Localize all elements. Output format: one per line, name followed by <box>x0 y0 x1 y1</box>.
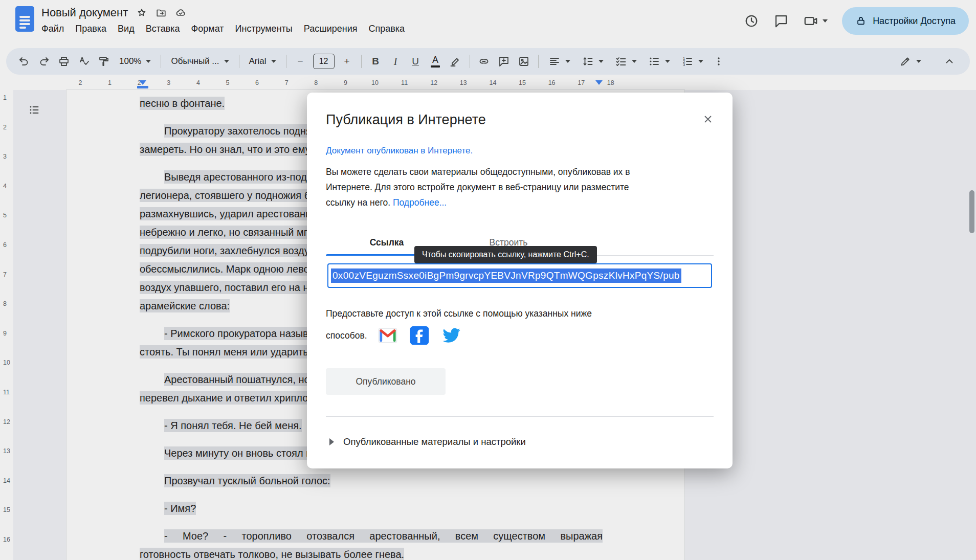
published-content-settings-toggle[interactable]: Опубликованные материалы и настройки <box>329 436 526 447</box>
facebook-icon[interactable] <box>408 324 431 347</box>
dialog-description: Вы можете сделать свои материалы общедос… <box>326 164 720 210</box>
copy-link-tooltip: Чтобы скопировать ссылку, нажмите Ctrl+C… <box>414 246 597 263</box>
selected-link-text: 0x00zVEguzmSsxe0iBgPm9grvcpYEBVJnVRp9QTm… <box>331 268 681 283</box>
share-hint-line: Предоставьте доступ к этой ссылке с помо… <box>326 306 592 321</box>
published-button[interactable]: Опубликовано <box>326 368 446 395</box>
published-link-input[interactable]: 0x00zVEguzmSsxe0iBgPm9grvcpYEBVJnVRp9QTm… <box>327 263 712 288</box>
google-docs-app: Новый документ ФайлПравкаВидВставкаФорма… <box>0 0 976 560</box>
learn-more-link[interactable]: Подробнее... <box>393 197 447 208</box>
twitter-icon[interactable] <box>440 324 462 347</box>
dialog-title: Публикация в Интернете <box>326 112 486 128</box>
disclosure-triangle-icon <box>329 438 334 445</box>
close-dialog-button[interactable] <box>698 109 718 129</box>
published-status-text: Документ опубликован в Интернете. <box>326 146 473 156</box>
description-line: ссылку на него. Подробнее... <box>326 195 720 210</box>
close-icon <box>702 114 714 125</box>
share-hint: Предоставьте доступ к этой ссылке с помо… <box>326 306 592 347</box>
description-line: Интернете. Для этого встройте документ в… <box>326 180 720 195</box>
publish-dialog: Публикация в Интернете Документ опублико… <box>307 93 733 468</box>
share-hint-line: способов. <box>326 328 367 343</box>
settings-toggle-label: Опубликованные материалы и настройки <box>343 436 526 447</box>
gmail-icon[interactable] <box>376 324 399 347</box>
description-line: Вы можете сделать свои материалы общедос… <box>326 164 720 180</box>
dialog-divider <box>326 416 714 417</box>
